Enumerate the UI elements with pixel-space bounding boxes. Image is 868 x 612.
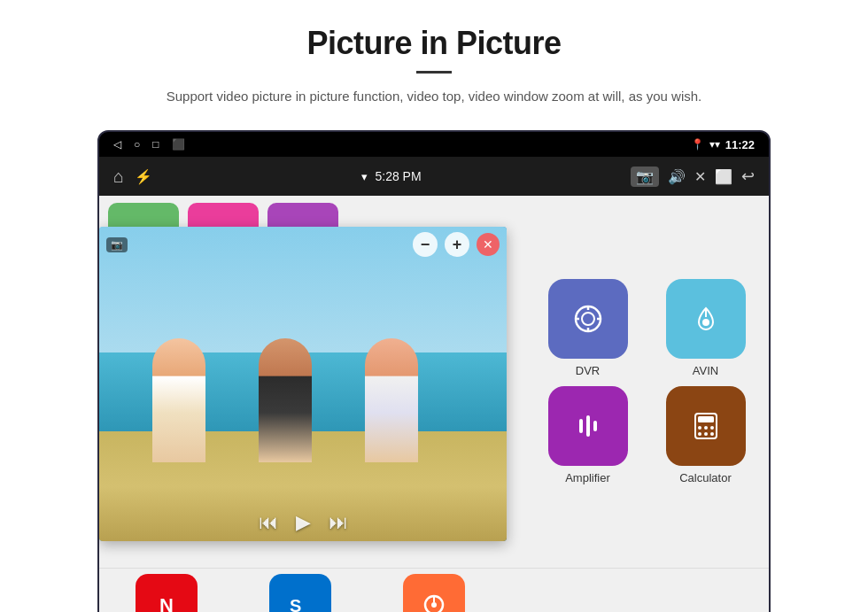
- page-subtitle: Support video picture in picture functio…: [124, 86, 744, 107]
- pip-plus-button[interactable]: +: [445, 232, 469, 257]
- netflix-icon: N: [136, 574, 198, 612]
- wheelkey-icon: [403, 574, 465, 612]
- bottom-app-wheelkey[interactable]: Wheelkey Study: [367, 574, 500, 612]
- location-icon: 📍: [691, 138, 704, 151]
- avin-label: AVIN: [693, 364, 718, 377]
- home-icon[interactable]: ○: [134, 138, 140, 151]
- pip-play-button[interactable]: ▶: [296, 511, 311, 534]
- wifi-status-icon: ▾▾: [709, 138, 720, 151]
- toolbar-right: 📷 🔊 ✕ ⬜ ↩: [631, 167, 755, 187]
- home-toolbar-icon[interactable]: ⌂: [113, 167, 124, 187]
- svg-rect-5: [586, 415, 590, 437]
- pip-cam-icon: 📷: [106, 237, 128, 252]
- svg-point-12: [698, 432, 701, 436]
- video-section: 📷 − + ✕ ⏮ ▶ ⏭: [99, 196, 524, 568]
- recents-icon[interactable]: □: [152, 138, 159, 151]
- svg-rect-6: [593, 421, 597, 431]
- bottom-app-siriusxm[interactable]: S SiriusXM: [233, 574, 367, 612]
- pip-controls-bottom: ⏮ ▶ ⏭: [99, 511, 507, 534]
- volume-icon[interactable]: 🔊: [668, 168, 686, 185]
- car-toolbar: ⌂ ⚡ ▾ 5:28 PM 📷 🔊 ✕ ⬜ ↩: [99, 157, 769, 196]
- svg-point-9: [698, 426, 701, 430]
- person2: [259, 338, 312, 462]
- pip-video-bg: [99, 227, 507, 541]
- person1: [152, 338, 205, 462]
- svg-point-13: [704, 432, 708, 436]
- bottom-app-netflix[interactable]: N Netflix: [99, 574, 233, 612]
- usb-icon[interactable]: ⚡: [135, 168, 152, 185]
- statusbar-right: 📍 ▾▾ 11:22: [691, 138, 755, 151]
- main-content: 📷 − + ✕ ⏮ ▶ ⏭: [99, 196, 769, 568]
- apps-section: DVR AVIN: [524, 196, 769, 568]
- close-toolbar-icon[interactable]: ✕: [694, 168, 706, 185]
- toolbar-time: 5:28 PM: [375, 169, 421, 183]
- bottom-labels: N Netflix S SiriusXM Wheelkey Study: [99, 568, 769, 612]
- svg-text:S: S: [290, 596, 301, 612]
- wifi-toolbar-icon: ▾: [361, 170, 368, 183]
- status-time: 11:22: [725, 138, 755, 151]
- svg-rect-8: [698, 416, 714, 422]
- toolbar-left: ⌂ ⚡: [113, 167, 152, 187]
- pip-close-button[interactable]: ✕: [477, 233, 500, 256]
- app-item-amplifier[interactable]: Amplifier: [533, 386, 642, 484]
- screenshot-icon[interactable]: ⬛: [172, 138, 185, 151]
- pip-controls-top: 📷 − + ✕: [106, 232, 500, 257]
- siriusxm-icon: S: [269, 574, 331, 612]
- pip-player[interactable]: 📷 − + ✕ ⏮ ▶ ⏭: [99, 227, 507, 541]
- toolbar-center: ▾ 5:28 PM: [361, 169, 421, 183]
- svg-point-1: [582, 313, 594, 325]
- person3: [365, 338, 418, 462]
- amplifier-label: Amplifier: [565, 471, 610, 484]
- amplifier-icon: [548, 386, 628, 466]
- avin-icon: [666, 279, 746, 359]
- pip-prev-button[interactable]: ⏮: [259, 511, 278, 534]
- title-divider: [416, 71, 452, 74]
- svg-rect-4: [579, 419, 583, 433]
- pip-size-controls: − + ✕: [413, 232, 500, 257]
- app-item-calculator[interactable]: Calculator: [651, 386, 760, 484]
- camera-toolbar-icon[interactable]: 📷: [631, 167, 659, 187]
- svg-point-10: [704, 426, 708, 430]
- app-item-dvr[interactable]: DVR: [533, 279, 642, 377]
- page-header: Picture in Picture Support video picture…: [0, 0, 868, 121]
- dvr-label: DVR: [576, 364, 600, 377]
- svg-point-11: [710, 426, 714, 430]
- device-frame: ◁ ○ □ ⬛ 📍 ▾▾ 11:22 ⌂ ⚡ ▾ 5:28 PM 📷 🔊 ✕ ⬜…: [97, 130, 771, 612]
- svg-point-2: [702, 319, 709, 326]
- page-title: Picture in Picture: [35, 25, 833, 62]
- pip-next-button[interactable]: ⏭: [329, 511, 348, 534]
- svg-point-14: [710, 432, 714, 436]
- window-icon[interactable]: ⬜: [715, 168, 732, 185]
- statusbar-left: ◁ ○ □ ⬛: [113, 138, 185, 151]
- calculator-icon: [666, 386, 746, 466]
- calculator-label: Calculator: [679, 471, 732, 484]
- back-toolbar-icon[interactable]: ↩: [741, 167, 755, 186]
- app-item-avin[interactable]: AVIN: [651, 279, 760, 377]
- back-icon[interactable]: ◁: [113, 138, 121, 151]
- pip-minus-button[interactable]: −: [413, 232, 438, 257]
- android-statusbar: ◁ ○ □ ⬛ 📍 ▾▾ 11:22: [99, 132, 769, 157]
- dvr-icon: [548, 279, 628, 359]
- svg-point-18: [431, 602, 437, 608]
- svg-point-0: [576, 306, 601, 331]
- svg-text:N: N: [159, 594, 174, 612]
